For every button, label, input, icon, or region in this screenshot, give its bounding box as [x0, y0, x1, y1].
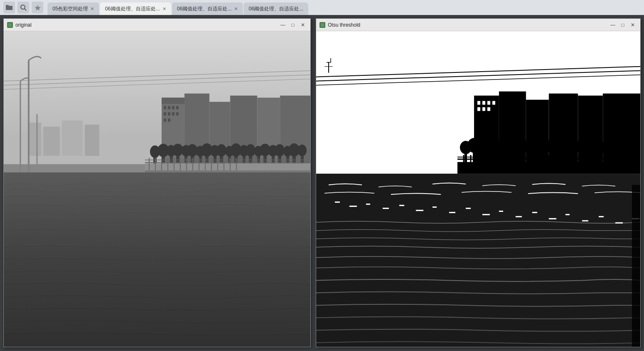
otsu-window-controls: — □ ✕: [609, 21, 637, 29]
svg-rect-195: [466, 208, 471, 209]
svg-rect-13: [62, 120, 83, 156]
svg-rect-23: [172, 112, 175, 115]
svg-rect-198: [516, 216, 522, 217]
svg-rect-121: [487, 107, 490, 111]
svg-rect-25: [164, 118, 166, 122]
original-close-btn[interactable]: ✕: [299, 21, 307, 29]
svg-rect-193: [432, 207, 437, 208]
svg-rect-16: [162, 98, 185, 104]
svg-rect-105: [316, 31, 640, 106]
original-maximize-btn[interactable]: □: [289, 21, 297, 29]
original-titlebar: original — □ ✕: [4, 19, 310, 31]
otsu-window-icon: [320, 22, 325, 28]
original-minimize-btn[interactable]: —: [279, 21, 287, 29]
svg-rect-14: [85, 124, 99, 156]
svg-point-67: [275, 144, 285, 157]
original-image-body: [4, 31, 310, 347]
svg-point-164: [622, 139, 634, 153]
tab-color-space[interactable]: 05色彩空间处理 ✕: [47, 2, 99, 15]
svg-rect-17: [164, 106, 166, 110]
otsu-minimize-btn[interactable]: —: [609, 21, 617, 29]
svg-point-2: [21, 5, 25, 9]
tab-close-icon[interactable]: ✕: [90, 6, 94, 12]
svg-point-59: [245, 144, 255, 157]
svg-rect-120: [482, 107, 485, 111]
tab-threshold-3[interactable]: 06阈值处理、自适应处...: [244, 2, 308, 15]
svg-rect-190: [383, 208, 389, 209]
otsu-title-left: Otsu threshold: [320, 22, 360, 28]
svg-rect-206: [632, 185, 640, 347]
svg-rect-187: [335, 202, 340, 203]
svg-rect-21: [164, 112, 166, 115]
svg-rect-197: [499, 211, 503, 212]
svg-rect-116: [482, 101, 485, 105]
svg-rect-188: [349, 206, 357, 207]
svg-rect-186: [316, 174, 640, 347]
otsu-titlebar: Otsu threshold — □ ✕: [316, 19, 640, 31]
svg-line-3: [25, 9, 26, 10]
otsu-title-text: Otsu threshold: [328, 22, 360, 28]
svg-rect-200: [549, 218, 557, 219]
tab-threshold-1[interactable]: 06阈值处理、自适应处... ✕: [100, 2, 171, 15]
svg-rect-12: [43, 127, 60, 156]
svg-rect-115: [477, 101, 480, 105]
window-original: original — □ ✕: [3, 18, 311, 347]
svg-rect-24: [176, 112, 179, 115]
svg-rect-11: [29, 122, 41, 156]
tab-threshold-2[interactable]: 06阈值处理、自适应处... ✕: [172, 2, 243, 15]
otsu-image-canvas: [316, 31, 640, 347]
original-window-icon: [7, 22, 13, 28]
svg-marker-4: [35, 5, 40, 10]
svg-rect-192: [416, 210, 423, 211]
content-area: original — □ ✕: [0, 15, 644, 351]
svg-rect-189: [366, 204, 370, 205]
svg-point-51: [217, 144, 227, 157]
original-window-controls: — □ ✕: [279, 21, 307, 29]
svg-rect-19: [172, 106, 175, 110]
search-button[interactable]: [17, 2, 29, 13]
svg-rect-191: [399, 205, 404, 206]
folder-button[interactable]: [3, 2, 15, 13]
tab-label: 06阈值处理、自适应处...: [177, 5, 232, 12]
svg-rect-22: [168, 112, 170, 115]
svg-rect-196: [482, 214, 490, 215]
tab-label: 06阈值处理、自适应处...: [105, 5, 160, 12]
original-title-left: original: [7, 22, 32, 28]
svg-rect-201: [565, 214, 569, 215]
svg-rect-109: [474, 96, 499, 164]
window-otsu: Otsu threshold — □ ✕: [316, 18, 641, 347]
svg-rect-119: [477, 107, 480, 111]
svg-rect-20: [176, 106, 179, 110]
svg-rect-18: [168, 106, 170, 110]
svg-rect-199: [532, 212, 537, 213]
tab-close-icon[interactable]: ✕: [162, 6, 166, 12]
otsu-maximize-btn[interactable]: □: [619, 21, 627, 29]
svg-rect-114: [603, 94, 640, 164]
svg-point-39: [172, 144, 183, 156]
otsu-close-btn[interactable]: ✕: [629, 21, 637, 29]
svg-rect-203: [599, 216, 604, 217]
original-image-canvas: [4, 31, 310, 347]
svg-rect-118: [492, 101, 495, 105]
tab-close-icon[interactable]: ✕: [234, 6, 238, 12]
original-title-text: original: [15, 22, 32, 28]
tab-label: 05色彩空间处理: [52, 5, 88, 12]
otsu-image-body: [316, 31, 640, 347]
browser-tabs: 05色彩空间处理 ✕ 06阈值处理、自适应处... ✕ 06阈值处理、自适应处.…: [47, 0, 308, 15]
browser-bar: 05色彩空间处理 ✕ 06阈值处理、自适应处... ✕ 06阈值处理、自适应处.…: [0, 0, 644, 15]
svg-rect-6: [8, 23, 12, 27]
tab-label: 06阈值处理、自适应处...: [249, 5, 303, 12]
star-button[interactable]: [32, 2, 43, 13]
svg-rect-117: [487, 101, 490, 105]
svg-rect-103: [321, 23, 324, 27]
svg-rect-202: [582, 220, 588, 222]
svg-rect-26: [168, 118, 170, 122]
svg-point-73: [297, 144, 307, 156]
svg-rect-1: [6, 5, 9, 7]
svg-rect-194: [449, 212, 455, 213]
